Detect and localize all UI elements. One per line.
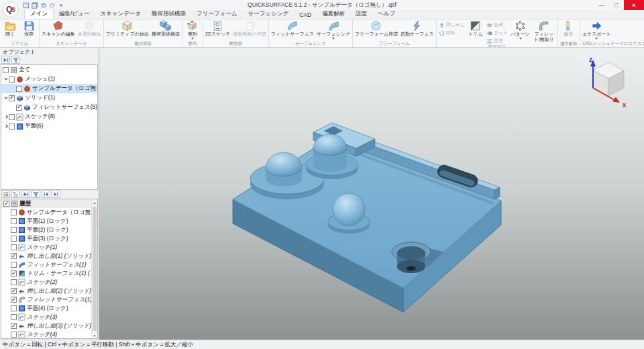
3d-viewport[interactable]: z x: [99, 48, 644, 340]
history-item[interactable]: 平面(2) (ロック): [1, 226, 91, 234]
history-item[interactable]: 押し出し面(1) (ソリッド): [1, 252, 91, 260]
visibility-checkbox[interactable]: [3, 67, 9, 73]
history-item[interactable]: スケッチ(4): [1, 330, 91, 338]
ribbon-small-button[interactable]: カット: [486, 30, 508, 36]
visibility-checkbox[interactable]: [11, 332, 17, 338]
ribbon-button[interactable]: 開く: [1, 20, 19, 37]
visibility-checkbox[interactable]: [11, 244, 17, 250]
visibility-checkbox[interactable]: [16, 105, 22, 111]
history-funnel-filter-button[interactable]: [32, 190, 40, 198]
tree-item[interactable]: 平面(6): [1, 121, 97, 131]
chevron-right-icon[interactable]: [3, 115, 9, 118]
history-item[interactable]: フィットサーフェス(1): [1, 260, 91, 269]
visibility-checkbox[interactable]: [11, 236, 17, 242]
ribbon-button[interactable]: 2Dスケッチ: [204, 20, 232, 37]
history-skip-first-button[interactable]: [42, 190, 50, 198]
history-skip-last-button[interactable]: [52, 190, 60, 198]
object-play-filter-button[interactable]: [1, 56, 10, 64]
visibility-checkbox[interactable]: [11, 227, 17, 233]
history-item[interactable]: スケッチ(2): [1, 278, 91, 287]
history-header-row[interactable]: 履歴: [1, 199, 91, 208]
ribbon-button[interactable]: エクスポート: [581, 20, 612, 40]
history-item[interactable]: 押し出し面(3) (ソリッド): [1, 321, 91, 330]
menu-tab-0[interactable]: メイン: [24, 9, 54, 19]
ribbon-button[interactable]: 保存: [19, 20, 38, 37]
ribbon-button[interactable]: トリム: [466, 20, 485, 37]
ribbon-button[interactable]: 偏差: [559, 20, 578, 37]
ribbon-button[interactable]: 複数断面の作成: [232, 20, 268, 37]
scroll-down-icon[interactable]: ▼: [92, 332, 97, 338]
close-button[interactable]: ×: [624, 0, 644, 10]
tree-item[interactable]: 全て: [1, 65, 97, 74]
history-tree-view-button[interactable]: [11, 190, 20, 198]
visibility-checkbox[interactable]: [11, 297, 17, 303]
ribbon-button[interactable]: 自動サーフェス: [399, 20, 435, 37]
tree-item[interactable]: メッシュ(1): [1, 74, 97, 84]
visibility-checkbox[interactable]: [9, 123, 15, 130]
history-item[interactable]: スケッチ(3): [1, 313, 91, 321]
menu-tab-9[interactable]: ヘルプ: [372, 9, 400, 19]
qat-redo-button[interactable]: [49, 2, 56, 9]
ribbon-button[interactable]: フィットサーフェス: [270, 20, 315, 37]
menu-tab-6[interactable]: CAD: [294, 11, 317, 19]
history-item[interactable]: 押し出し面(2) (ソリッド): [1, 287, 91, 295]
ribbon-button[interactable]: プリミティブの抽出: [105, 20, 150, 37]
maximize-button[interactable]: □: [609, 0, 624, 10]
scroll-up-icon[interactable]: ▲: [92, 199, 97, 205]
ribbon-button[interactable]: パターン: [509, 20, 531, 40]
tree-item[interactable]: スケッチ(8): [1, 112, 97, 121]
app-logo-icon[interactable]: Qs: [3, 1, 19, 17]
menu-tab-8[interactable]: 設定: [350, 9, 372, 19]
history-scrollbar[interactable]: ▲ ▼: [91, 199, 97, 338]
ribbon-button[interactable]: フリーフォーム作成: [354, 20, 399, 37]
history-item[interactable]: 平面(4) (ロック): [1, 304, 91, 313]
visibility-checkbox[interactable]: [9, 77, 15, 83]
minimize-button[interactable]: —: [594, 0, 609, 10]
visibility-checkbox[interactable]: [9, 114, 15, 120]
chevron-down-icon[interactable]: [3, 78, 9, 81]
history-list-view-button[interactable]: [1, 190, 10, 198]
ribbon-small-button[interactable]: 合成: [486, 21, 508, 28]
visibility-checkbox[interactable]: [11, 270, 17, 277]
ribbon-small-button[interactable]: 回転: [439, 30, 465, 36]
tree-item[interactable]: フィレットサーフェス(5): [1, 103, 97, 112]
visibility-checkbox[interactable]: [3, 201, 9, 207]
visibility-checkbox[interactable]: [11, 253, 17, 259]
ribbon-button[interactable]: サーフェシング: [315, 20, 352, 40]
ribbon-small-button[interactable]: 押し出し: [439, 21, 465, 28]
history-item[interactable]: トリム・サーフェス(1) (ソリッド): [1, 269, 91, 278]
cad-model[interactable]: [230, 120, 505, 315]
ribbon-button[interactable]: スキャンの編集: [40, 20, 76, 37]
menu-tab-2[interactable]: スキャンデータ: [95, 9, 146, 19]
visibility-checkbox[interactable]: [11, 288, 17, 294]
visibility-checkbox[interactable]: [11, 314, 17, 320]
qat-save-as-button[interactable]: [32, 2, 38, 9]
visibility-checkbox[interactable]: [11, 218, 17, 224]
history-item[interactable]: 平面(1) (ロック): [1, 217, 91, 226]
menu-tab-3[interactable]: 幾何形状構築: [146, 9, 191, 19]
visibility-checkbox[interactable]: [9, 95, 15, 101]
history-item[interactable]: フィレットサーフェス(1) (ソリッド): [1, 295, 91, 304]
menu-tab-1[interactable]: 編集/ビュー: [54, 9, 95, 19]
ribbon-button[interactable]: 全選択解除: [76, 20, 103, 37]
chevron-right-icon[interactable]: [3, 125, 9, 128]
ribbon-small-button[interactable]: 交差: [486, 38, 508, 44]
visibility-checkbox[interactable]: [11, 262, 17, 268]
tree-item[interactable]: サンプルデータ（ロゴ無し）(T: 794 627): [1, 84, 97, 93]
visibility-checkbox[interactable]: [11, 323, 17, 329]
history-play-filter-button[interactable]: [21, 190, 30, 198]
visibility-checkbox[interactable]: [11, 209, 17, 215]
visibility-checkbox[interactable]: [11, 305, 17, 311]
qat-undo-button[interactable]: [40, 2, 47, 9]
qat-save-button[interactable]: [23, 2, 30, 9]
tree-item[interactable]: ソリッド(1): [1, 93, 97, 103]
visibility-checkbox[interactable]: [11, 279, 17, 285]
qat-menu-caret-button[interactable]: [58, 2, 64, 9]
ribbon-button[interactable]: 幾何形状構築: [150, 20, 181, 37]
menu-tab-5[interactable]: サーフェシング: [243, 9, 294, 19]
orientation-cube[interactable]: z x: [577, 54, 631, 109]
history-item[interactable]: スケッチ(1): [1, 243, 91, 252]
history-item[interactable]: 平面(3) (ロック): [1, 234, 91, 243]
menu-tab-4[interactable]: フリーフォーム: [191, 9, 243, 19]
chevron-down-icon[interactable]: [3, 97, 9, 99]
